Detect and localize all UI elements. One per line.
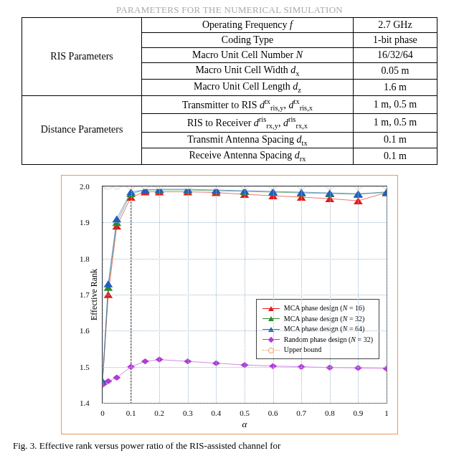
x-tick: 0.7 [296,409,306,417]
svg-marker-47 [141,358,149,364]
x-tick: 0 [100,409,105,417]
legend-item: Upper bound [262,345,373,356]
x-tick: 0.3 [183,409,193,417]
legend-label: Random phase design (N = 32) [284,335,373,346]
y-tick: 2.0 [80,182,90,191]
x-tick: 0.8 [325,409,335,417]
legend: MCA phase design (N = 16)MCA phase desig… [256,299,379,359]
param-cell: Transmit Antenna Spacing dtx [142,132,354,148]
legend-label: MCA phase design (N = 64) [284,324,365,335]
figure-caption: Fig. 3. Effective rank versus power rati… [13,440,446,452]
param-cell: Receive Antenna Spacing drx [142,148,354,165]
row-group-header: RIS Parameters [22,18,142,96]
y-tick: 1.4 [80,399,90,407]
param-cell: Macro Unit Cell Number N [142,48,354,63]
param-cell: Transmitter to RIS dtxris,y, dtxris,x [142,95,354,113]
param-cell: Operating Frequency f [142,18,354,33]
row-group-header: Distance Parameters [22,95,142,165]
legend-label: MCA phase design (N = 32) [284,314,365,325]
value-cell: 0.1 m [353,132,437,148]
value-cell: 1-bit phase [353,33,437,48]
plot-frame: MCA phase design (N = 16)MCA phase desig… [61,175,398,434]
x-tick: 0.9 [354,409,364,417]
x-tick: 1 [384,409,389,417]
x-tick: 0.1 [126,409,136,417]
y-tick: 1.5 [80,363,90,371]
parameters-table: RIS ParametersOperating Frequency f2.7 G… [22,17,437,165]
y-tick: 1.9 [80,218,90,227]
param-cell: RIS to Receiver drisrx,y, drisrx,x [142,114,354,132]
legend-label: Upper bound [284,345,322,356]
legend-label: MCA phase design (N = 16) [284,303,365,314]
axes-area: MCA phase design (N = 16)MCA phase desig… [102,186,387,404]
param-cell: Macro Unit Cell Width dx [142,63,354,80]
legend-item: MCA phase design (N = 64) [262,324,373,335]
value-cell: 0.05 m [353,63,437,80]
param-cell: Macro Unit Cell Length dz [142,79,354,95]
value-cell: 1.6 m [353,79,437,95]
x-tick: 0.5 [240,409,250,417]
value-cell: 1 m, 0.5 m [353,114,437,132]
x-tick: 0.4 [212,409,222,417]
legend-item: MCA phase design (N = 16) [262,303,373,314]
legend-item: Random phase design (N = 32) [262,335,373,346]
value-cell: 1 m, 0.5 m [353,95,437,113]
y-axis-label: Effective Rank [89,269,100,320]
svg-marker-30 [104,280,113,287]
value-cell: 16/32/64 [353,48,437,63]
x-axis-label: α [103,419,387,430]
value-cell: 2.7 GHz [353,18,437,33]
param-cell: Coding Type [142,33,354,48]
table-caption: PARAMETERS FOR THE NUMERICAL SIMULATION [13,4,446,16]
x-tick: 0.2 [154,409,164,417]
y-tick: 1.8 [80,254,90,263]
figure-3: MCA phase design (N = 16)MCA phase desig… [61,175,398,434]
y-tick: 1.6 [80,326,90,335]
value-cell: 0.1 m [353,148,437,165]
legend-item: MCA phase design (N = 32) [262,314,373,325]
y-tick: 1.7 [80,290,90,299]
x-tick: 0.6 [268,409,278,417]
